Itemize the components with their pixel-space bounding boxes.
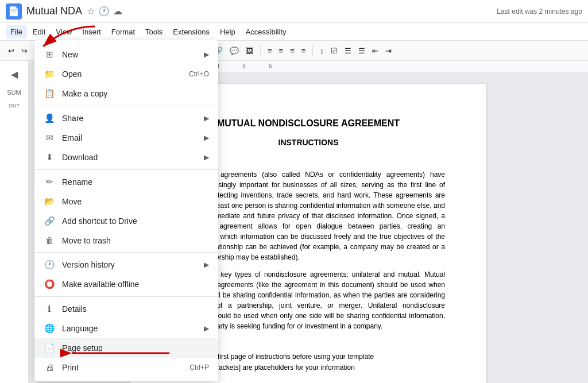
language-arrow: ▶	[204, 324, 209, 332]
open-shortcut: Ctrl+O	[189, 70, 209, 78]
file-menu-new[interactable]: ⊞ New ▶	[34, 45, 218, 64]
star-icon[interactable]: ☆	[87, 6, 95, 17]
new-arrow: ▶	[204, 51, 209, 59]
print-icon: 🖨	[44, 362, 55, 372]
offline-icon: ⭕	[44, 279, 55, 289]
file-menu-trash[interactable]: 🗑 Move to trash	[34, 231, 218, 250]
file-menu-download[interactable]: ⬇ Download ▶	[34, 148, 218, 167]
download-label: Download	[62, 153, 199, 162]
print-label: Print	[62, 363, 189, 372]
menu-tools[interactable]: Tools	[141, 25, 167, 38]
redo-button[interactable]: ↪	[19, 45, 30, 56]
align-justify-button[interactable]: ≡	[299, 45, 308, 56]
menu-accessibility[interactable]: Accessibility	[241, 25, 291, 38]
history-icon[interactable]: 🕐	[98, 6, 110, 17]
instruction-item-1: Delete this first page of instructions b…	[183, 351, 445, 362]
email-arrow: ▶	[204, 134, 209, 142]
make-copy-label: Make a copy	[62, 89, 209, 98]
sidebar-outline-icon[interactable]: SUM	[5, 87, 23, 98]
file-menu-add-shortcut[interactable]: 🔗 Add shortcut to Drive	[34, 211, 218, 231]
align-center-button[interactable]: ≡	[277, 45, 286, 56]
menu-file[interactable]: File	[6, 25, 27, 38]
new-label: New	[62, 50, 199, 59]
file-dropdown-menu[interactable]: ⊞ New ▶ 📁 Open Ctrl+O 📋 Make a copy 👤 Sh…	[34, 40, 218, 381]
last-edit-text: Last edit was 2 minutes ago	[497, 7, 582, 16]
file-menu-details[interactable]: ℹ Details	[34, 299, 218, 319]
app-icon: 📄	[6, 3, 22, 20]
menu-bar: File Edit View Insert Format Tools Exten…	[0, 23, 588, 40]
page-setup-label: Page setup	[62, 343, 209, 353]
bullet-list-button[interactable]: ☰	[342, 45, 354, 56]
align-left-button[interactable]: ≡	[265, 45, 274, 56]
new-icon: ⊞	[44, 49, 55, 60]
version-history-label: Version history	[62, 260, 199, 269]
file-menu-language[interactable]: 🌐 Language ▶	[34, 319, 218, 338]
shortcut-label: Add shortcut to Drive	[62, 216, 209, 226]
rename-label: Rename	[62, 177, 209, 187]
version-history-icon: 🕐	[44, 260, 55, 270]
move-icon: 📂	[44, 196, 55, 207]
download-arrow: ▶	[204, 153, 209, 161]
version-history-arrow: ▶	[204, 261, 209, 269]
email-icon: ✉	[44, 133, 55, 143]
email-label: Email	[62, 133, 199, 142]
file-menu-move[interactable]: 📂 Move	[34, 192, 218, 211]
title-icons: ☆ 🕐 ☁	[87, 6, 122, 17]
open-label: Open	[62, 69, 189, 79]
indent-decrease-button[interactable]: ⇤	[370, 45, 381, 56]
file-menu-version-history[interactable]: 🕐 Version history ▶	[34, 255, 218, 274]
checklist-button[interactable]: ☑	[328, 45, 340, 56]
comment-button[interactable]: 💬	[227, 45, 241, 56]
document-title[interactable]: Mutual NDA	[26, 5, 82, 17]
language-icon: 🌐	[44, 323, 55, 334]
menu-insert[interactable]: Insert	[78, 25, 106, 38]
undo-button[interactable]: ↩	[6, 45, 17, 56]
details-label: Details	[62, 304, 209, 314]
align-right-button[interactable]: ≡	[288, 45, 297, 56]
offline-label: Make available offline	[62, 280, 209, 289]
line-spacing-button[interactable]: ↕	[318, 45, 326, 56]
shortcut-icon: 🔗	[44, 216, 55, 226]
file-menu-email[interactable]: ✉ Email ▶	[34, 128, 218, 148]
file-menu-page-setup[interactable]: 📄 Page setup	[34, 338, 218, 358]
file-menu-section-3: ✏ Rename 📂 Move 🔗 Add shortcut to Drive …	[34, 170, 218, 253]
top-bar: 📄 Mutual NDA ☆ 🕐 ☁ Last edit was 2 minut…	[0, 0, 588, 23]
share-icon: 👤	[44, 113, 55, 123]
file-menu-print[interactable]: 🖨 Print Ctrl+P	[34, 358, 218, 377]
file-menu-offline[interactable]: ⭕ Make available offline	[34, 274, 218, 294]
move-label: Move	[62, 197, 209, 206]
sidebar-outline-label: OUT	[6, 100, 22, 111]
file-menu-share[interactable]: 👤 Share ▶	[34, 109, 218, 128]
share-label: Share	[62, 114, 199, 123]
sidebar: ◀ SUM OUT	[0, 61, 29, 383]
open-icon: 📁	[44, 69, 55, 79]
menu-edit[interactable]: Edit	[28, 25, 50, 38]
numbered-list-button[interactable]: ☰	[356, 45, 368, 56]
toolbar-sep-6	[312, 45, 313, 56]
sidebar-back-icon[interactable]: ◀	[9, 67, 20, 82]
menu-extensions[interactable]: Extensions	[168, 25, 214, 38]
language-label: Language	[62, 324, 199, 333]
menu-view[interactable]: View	[51, 25, 76, 38]
download-icon: ⬇	[44, 152, 55, 163]
page-setup-icon: 📄	[44, 343, 55, 353]
instruction-item-2: Fields [in brackets] are placeholders fo…	[183, 362, 445, 373]
file-menu-section-2: 👤 Share ▶ ✉ Email ▶ ⬇ Download ▶	[34, 106, 218, 170]
toolbar-sep-5	[260, 45, 261, 56]
rename-icon: ✏	[44, 177, 55, 187]
file-menu-rename[interactable]: ✏ Rename	[34, 172, 218, 192]
file-menu-make-copy[interactable]: 📋 Make a copy	[34, 84, 218, 103]
print-shortcut: Ctrl+P	[189, 363, 209, 372]
file-menu-section-5: ℹ Details 🌐 Language ▶ 📄 Page setup 🖨 Pr…	[34, 297, 218, 379]
trash-icon: 🗑	[44, 235, 55, 245]
share-arrow: ▶	[204, 114, 209, 122]
menu-help[interactable]: Help	[215, 25, 240, 38]
file-menu-section-4: 🕐 Version history ▶ ⭕ Make available off…	[34, 253, 218, 297]
image-button[interactable]: 🖼	[243, 45, 256, 56]
indent-increase-button[interactable]: ⇥	[383, 45, 394, 56]
menu-format[interactable]: Format	[107, 25, 140, 38]
file-menu-open[interactable]: 📁 Open Ctrl+O	[34, 64, 218, 84]
cloud-icon[interactable]: ☁	[113, 6, 122, 17]
file-menu-section-1: ⊞ New ▶ 📁 Open Ctrl+O 📋 Make a copy	[34, 42, 218, 106]
details-icon: ℹ	[44, 304, 55, 314]
